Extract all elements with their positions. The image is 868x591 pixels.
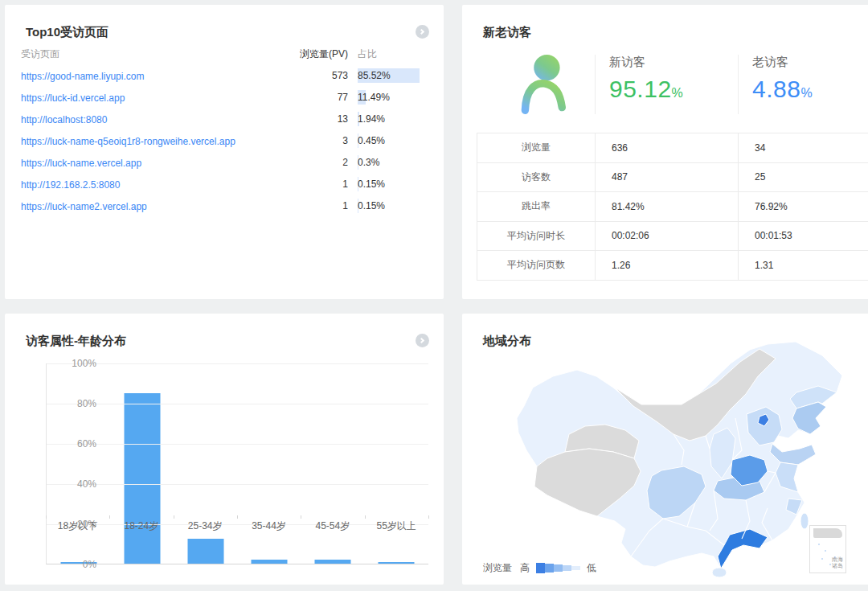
page-row: http://192.168.2.5:8080 1 0.15% bbox=[5, 173, 444, 195]
x-tick-label: 55岁以上 bbox=[365, 519, 428, 533]
age-chart-card: 访客属性-年龄分布 0%20%40%60%80%100% 18岁以下18-24岁… bbox=[5, 314, 444, 585]
new-visitor-label: 新访客 bbox=[609, 55, 731, 70]
page-ratio-cell: 0.15% bbox=[348, 179, 428, 190]
metric-old-value: 25 bbox=[739, 163, 868, 193]
page-url-link[interactable]: https://luck-name.vercel.app bbox=[21, 158, 141, 169]
metric-old-value: 34 bbox=[739, 133, 868, 163]
page-row: https://good-name.liyupi.com 573 85.52% bbox=[5, 64, 444, 86]
new-visitor-stat: 新访客 95.12% bbox=[595, 55, 731, 114]
page-url-link[interactable]: https://luck-name-q5eoiq1r8-rongweihe.ve… bbox=[21, 136, 235, 147]
page-url-link[interactable]: https://luck-id.vercel.app bbox=[21, 92, 125, 104]
y-tick-label: 0% bbox=[64, 559, 96, 570]
metric-old-value: 1.31 bbox=[739, 251, 868, 281]
page-pv-value: 13 bbox=[289, 113, 348, 125]
south-china-sea-inset: 南海诸岛 bbox=[809, 525, 846, 573]
x-tick-label: 25-34岁 bbox=[174, 519, 237, 533]
age-chart-title: 访客属性-年龄分布 bbox=[26, 334, 126, 349]
page-pv-value: 3 bbox=[289, 135, 348, 146]
legend-metric-label: 浏览量 bbox=[483, 561, 512, 575]
age-bar[interactable] bbox=[379, 562, 415, 564]
map-legend: 浏览量 高 低 bbox=[483, 561, 596, 575]
top-pages-tbody: https://good-name.liyupi.com 573 85.52% … bbox=[5, 64, 444, 216]
page-ratio-cell: 0.45% bbox=[348, 135, 428, 146]
old-visitor-value: 4.88 bbox=[752, 76, 800, 102]
y-tick-label: 100% bbox=[64, 358, 96, 369]
col-pv: 浏览量(PV) bbox=[289, 47, 348, 61]
chevron-right-icon bbox=[419, 28, 424, 34]
age-bar[interactable] bbox=[252, 560, 288, 564]
metric-new-value: 00:02:06 bbox=[596, 222, 739, 252]
china-map[interactable] bbox=[477, 338, 854, 579]
old-visitor-label: 老访客 bbox=[752, 55, 868, 70]
col-ratio: 占比 bbox=[348, 47, 428, 61]
province-hainan[interactable] bbox=[712, 568, 727, 577]
page-url-link[interactable]: https://good-name.liyupi.com bbox=[21, 71, 144, 82]
age-bar[interactable] bbox=[124, 393, 160, 564]
region-map-card: 地域分布 bbox=[462, 314, 868, 585]
page-pv-value: 77 bbox=[289, 92, 348, 103]
legend-high-label: 高 bbox=[520, 561, 530, 575]
metric-old-value: 76.92% bbox=[739, 192, 868, 222]
page-ratio-value: 0.45% bbox=[358, 135, 385, 146]
top-pages-header: 受访页面 浏览量(PV) 占比 bbox=[5, 43, 444, 64]
page-url-link[interactable]: http://localhost:8080 bbox=[21, 114, 107, 125]
page-ratio-cell: 1.94% bbox=[348, 113, 428, 125]
metric-row: 访客数 487 25 bbox=[477, 163, 868, 193]
page-ratio-cell: 0.15% bbox=[348, 200, 428, 211]
metric-new-value: 487 bbox=[596, 163, 739, 193]
metric-row: 平均访问页数 1.26 1.31 bbox=[477, 251, 868, 281]
page-ratio-value: 85.52% bbox=[358, 70, 391, 81]
percent-sign: % bbox=[800, 86, 813, 100]
page-ratio-value: 0.15% bbox=[358, 200, 385, 211]
age-bars bbox=[47, 363, 428, 564]
metric-row: 浏览量 636 34 bbox=[477, 133, 868, 163]
page-ratio-value: 1.94% bbox=[358, 113, 385, 125]
visitors-title: 新老访客 bbox=[483, 25, 531, 40]
x-tick-label: 18岁以下 bbox=[46, 519, 109, 533]
x-tick-label: 45-54岁 bbox=[301, 519, 364, 533]
page-ratio-cell: 85.52% bbox=[348, 70, 428, 81]
x-tick-label: 35-44岁 bbox=[237, 519, 301, 533]
metric-new-value: 636 bbox=[596, 133, 739, 163]
top-pages-title: Top10受访页面 bbox=[26, 25, 108, 40]
age-bar[interactable] bbox=[187, 539, 223, 564]
y-tick-label: 60% bbox=[64, 438, 96, 449]
new-visitor-value: 95.12 bbox=[609, 76, 672, 102]
page-row: https://luck-name2.vercel.app 1 0.15% bbox=[5, 195, 444, 216]
page-ratio-cell: 11.49% bbox=[348, 92, 428, 103]
province-taiwan[interactable] bbox=[800, 513, 809, 529]
age-chart-more-button[interactable] bbox=[416, 334, 429, 347]
col-page: 受访页面 bbox=[21, 47, 289, 61]
top-pages-more-button[interactable] bbox=[416, 25, 429, 39]
page-pv-value: 1 bbox=[289, 200, 348, 211]
page-url-link[interactable]: https://luck-name2.vercel.app bbox=[21, 201, 147, 212]
metric-row: 平均访问时长 00:02:06 00:01:53 bbox=[477, 222, 868, 252]
age-bar[interactable] bbox=[315, 560, 351, 564]
x-tick-label: 18-24岁 bbox=[109, 519, 173, 533]
legend-low-label: 低 bbox=[587, 561, 596, 575]
page-row: http://localhost:8080 13 1.94% bbox=[5, 108, 444, 129]
old-visitor-stat: 老访客 4.88% bbox=[738, 55, 868, 114]
page-url-link[interactable]: http://192.168.2.5:8080 bbox=[21, 179, 120, 191]
top-pages-table: 受访页面 浏览量(PV) 占比 https://good-name.liyupi… bbox=[5, 43, 444, 216]
legend-gradient-wedge bbox=[536, 563, 580, 573]
chevron-right-icon bbox=[419, 337, 424, 343]
page-row: https://luck-name-q5eoiq1r8-rongweihe.ve… bbox=[5, 129, 444, 151]
metric-label: 访客数 bbox=[477, 163, 596, 193]
page-ratio-cell: 0.3% bbox=[348, 157, 428, 168]
page-row: https://luck-name.vercel.app 2 0.3% bbox=[5, 151, 444, 173]
page-ratio-value: 0.15% bbox=[358, 179, 385, 190]
y-tick-label: 40% bbox=[64, 478, 96, 490]
inset-land-blob bbox=[813, 528, 842, 538]
inset-label: 南海诸岛 bbox=[832, 556, 843, 569]
page-pv-value: 573 bbox=[289, 70, 348, 81]
page-ratio-value: 11.49% bbox=[358, 92, 390, 103]
visitor-person-icon bbox=[506, 47, 579, 119]
metric-new-value: 1.26 bbox=[596, 251, 739, 281]
page-pv-value: 1 bbox=[289, 179, 348, 190]
metric-new-value: 81.42% bbox=[596, 192, 739, 222]
age-bar-plot bbox=[46, 363, 428, 564]
page-pv-value: 2 bbox=[289, 157, 348, 168]
metric-label: 浏览量 bbox=[477, 133, 596, 163]
metric-label: 平均访问时长 bbox=[477, 222, 596, 252]
